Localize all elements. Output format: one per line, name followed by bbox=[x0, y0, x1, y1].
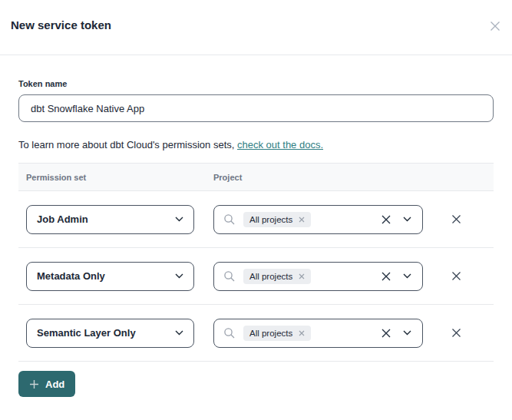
plus-icon bbox=[29, 379, 39, 389]
search-icon bbox=[223, 213, 236, 226]
project-tag: All projects bbox=[243, 212, 311, 227]
search-icon bbox=[223, 270, 236, 283]
table-row: Metadata Only All projects bbox=[18, 248, 494, 305]
page-title: New service token bbox=[11, 18, 111, 31]
chevron-down-icon[interactable] bbox=[403, 330, 411, 336]
clear-icon bbox=[381, 328, 391, 339]
tag-remove-icon[interactable] bbox=[299, 330, 305, 336]
clear-icon bbox=[381, 271, 391, 282]
search-icon bbox=[223, 327, 236, 339]
project-tag: All projects bbox=[243, 326, 311, 341]
table-row: Semantic Layer Only All projects bbox=[18, 305, 494, 362]
table-row: Job Admin All projects bbox=[18, 191, 494, 248]
remove-row-icon bbox=[451, 213, 462, 225]
token-name-input[interactable] bbox=[18, 94, 494, 122]
permission-set-select[interactable]: Metadata Only bbox=[26, 262, 194, 291]
remove-row-icon bbox=[451, 270, 462, 282]
chevron-down-icon bbox=[175, 273, 183, 279]
remove-row-icon bbox=[451, 327, 462, 339]
tag-remove-icon[interactable] bbox=[299, 273, 305, 279]
clear-selection-button[interactable] bbox=[381, 328, 391, 339]
help-text-static: To learn more about dbt Cloud's permissi… bbox=[18, 139, 237, 150]
clear-selection-button[interactable] bbox=[381, 271, 391, 282]
close-icon bbox=[489, 20, 501, 32]
add-button-label: Add bbox=[45, 379, 64, 390]
docs-link[interactable]: check out the docs. bbox=[237, 139, 323, 150]
header-project: Project bbox=[213, 173, 242, 182]
add-button[interactable]: Add bbox=[18, 371, 75, 397]
remove-row-button[interactable] bbox=[449, 212, 464, 227]
new-service-token-modal: New service token Token name To learn mo… bbox=[0, 0, 512, 420]
permission-table: Permission set Project Job Admin All pro bbox=[18, 163, 494, 362]
project-tag-label: All projects bbox=[249, 329, 292, 338]
header-permission-set: Permission set bbox=[26, 173, 213, 182]
permission-set-value: Job Admin bbox=[37, 213, 88, 225]
chevron-down-icon bbox=[175, 330, 183, 336]
project-multiselect[interactable]: All projects bbox=[213, 319, 423, 348]
modal-header: New service token bbox=[0, 0, 512, 55]
remove-row-button[interactable] bbox=[449, 269, 464, 283]
tag-remove-icon[interactable] bbox=[299, 217, 305, 223]
permission-set-select[interactable]: Semantic Layer Only bbox=[26, 319, 194, 348]
remove-row-button[interactable] bbox=[449, 326, 464, 340]
chevron-down-icon[interactable] bbox=[403, 273, 411, 279]
project-tag: All projects bbox=[243, 269, 311, 284]
table-header-row: Permission set Project bbox=[18, 163, 494, 191]
project-multiselect[interactable]: All projects bbox=[213, 205, 423, 234]
project-tag-label: All projects bbox=[249, 272, 292, 281]
permission-set-value: Metadata Only bbox=[37, 270, 105, 282]
clear-icon bbox=[381, 214, 391, 225]
chevron-down-icon[interactable] bbox=[403, 217, 411, 222]
permission-set-value: Semantic Layer Only bbox=[37, 327, 136, 339]
project-tag-label: All projects bbox=[249, 215, 292, 224]
token-name-label: Token name bbox=[18, 79, 494, 88]
project-multiselect[interactable]: All projects bbox=[213, 262, 423, 291]
close-button[interactable] bbox=[487, 18, 503, 34]
chevron-down-icon bbox=[175, 217, 183, 222]
permission-help-text: To learn more about dbt Cloud's permissi… bbox=[18, 139, 494, 150]
modal-body: Token name To learn more about dbt Cloud… bbox=[0, 79, 512, 397]
permission-set-select[interactable]: Job Admin bbox=[26, 205, 194, 234]
clear-selection-button[interactable] bbox=[381, 214, 391, 225]
